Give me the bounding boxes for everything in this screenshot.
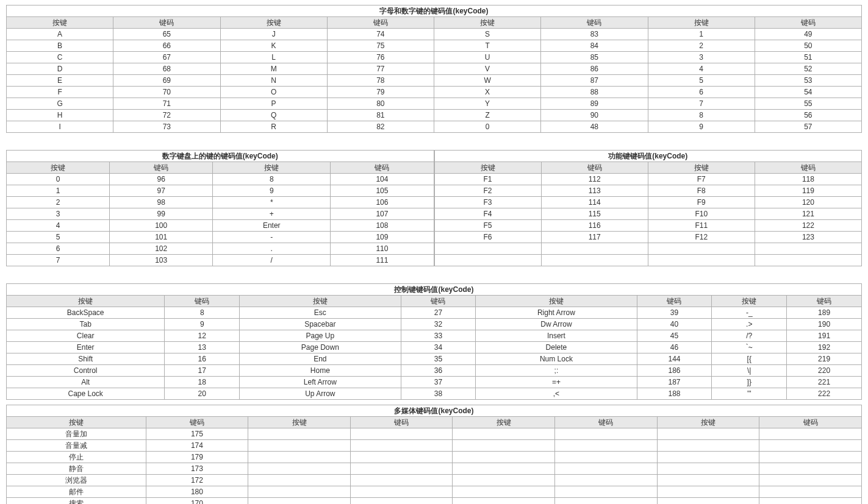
col-key: 按键 bbox=[220, 17, 327, 29]
col-code: 键码 bbox=[110, 162, 213, 174]
table-row: D68M77V86452 bbox=[7, 63, 862, 75]
cell-key: 4 bbox=[648, 63, 755, 75]
cell-key: F3 bbox=[434, 197, 541, 208]
cell-key bbox=[453, 452, 555, 463]
cell-code: 87 bbox=[541, 75, 648, 87]
cell-code: 219 bbox=[787, 353, 862, 365]
col-code: 键码 bbox=[555, 417, 658, 428]
cell-key: V bbox=[434, 63, 541, 75]
cell-code: 73 bbox=[113, 121, 220, 133]
cell-key bbox=[434, 243, 541, 255]
cell-code bbox=[350, 452, 453, 463]
cell-code bbox=[350, 428, 453, 440]
cell-code: 89 bbox=[541, 98, 648, 110]
cell-key bbox=[453, 486, 555, 498]
cell-code: 222 bbox=[787, 388, 862, 400]
cell-code: 96 bbox=[110, 174, 213, 185]
table-row: Tab9Spacebar32Dw Arrow40.>190 bbox=[7, 319, 862, 330]
cell-code: 65 bbox=[113, 29, 220, 40]
cell-key: Page Up bbox=[240, 330, 401, 342]
cell-code: 108 bbox=[331, 220, 434, 232]
table-row: F3114F9120 bbox=[434, 197, 862, 208]
cell-code bbox=[350, 440, 453, 452]
cell-code: 100 bbox=[110, 220, 213, 232]
table-row: H72Q81Z90856 bbox=[7, 110, 862, 121]
cell-key bbox=[453, 428, 555, 440]
col-code: 键码 bbox=[350, 417, 453, 428]
cell-code: 144 bbox=[637, 353, 712, 365]
cell-code: 111 bbox=[331, 255, 434, 266]
cell-code: 17 bbox=[165, 365, 240, 377]
cell-code: 71 bbox=[113, 98, 220, 110]
cell-key: A bbox=[7, 29, 113, 40]
cell-code bbox=[541, 255, 648, 266]
col-code: 键码 bbox=[541, 17, 648, 29]
cell-code bbox=[759, 428, 862, 440]
cell-key: . bbox=[213, 243, 331, 255]
cell-code: 20 bbox=[165, 388, 240, 400]
col-key: 按键 bbox=[648, 162, 755, 174]
col-key: 按键 bbox=[476, 296, 637, 307]
cell-code: 39 bbox=[637, 307, 712, 319]
cell-key: Insert bbox=[476, 330, 637, 342]
cell-key: O bbox=[220, 87, 327, 98]
table-row: G71P80Y89755 bbox=[7, 98, 862, 110]
cell-key: 8 bbox=[213, 174, 331, 185]
cell-key bbox=[453, 475, 555, 486]
cell-code: 106 bbox=[331, 197, 434, 208]
cell-key: 2 bbox=[648, 40, 755, 52]
cell-code: 120 bbox=[755, 197, 861, 208]
cell-key: D bbox=[7, 63, 113, 75]
cell-key: '" bbox=[712, 388, 787, 400]
cell-code bbox=[759, 486, 862, 498]
col-key: 按键 bbox=[657, 417, 759, 428]
cell-code: 57 bbox=[755, 121, 861, 133]
col-key: 按键 bbox=[648, 17, 755, 29]
cell-key: C bbox=[7, 52, 113, 63]
cell-key: L bbox=[220, 52, 327, 63]
cell-key: BackSpace bbox=[7, 307, 165, 319]
cell-key: Dw Arrow bbox=[476, 319, 637, 330]
table-row: 音量减174 bbox=[7, 440, 862, 452]
cell-code: 113 bbox=[541, 185, 648, 197]
cell-code: 8 bbox=[165, 307, 240, 319]
cell-key: 音量加 bbox=[7, 428, 146, 440]
cell-code: 32 bbox=[401, 319, 476, 330]
cell-code: 85 bbox=[541, 52, 648, 63]
table-row: F2113F8119 bbox=[434, 185, 862, 197]
cell-key bbox=[248, 428, 351, 440]
table-media-title: 多媒体键码值(keyCode) bbox=[7, 405, 862, 417]
cell-code: 99 bbox=[110, 208, 213, 220]
cell-code: 55 bbox=[755, 98, 861, 110]
cell-key: 6 bbox=[648, 87, 755, 98]
cell-code: 97 bbox=[110, 185, 213, 197]
col-code: 键码 bbox=[755, 162, 861, 174]
table-row: Cape Lock20Up Arrow38,<188'"222 bbox=[7, 388, 862, 400]
cell-key: Cape Lock bbox=[7, 388, 165, 400]
cell-code: 77 bbox=[327, 63, 434, 75]
cell-code bbox=[759, 463, 862, 475]
cell-key: X bbox=[434, 87, 541, 98]
col-key: 按键 bbox=[434, 17, 541, 29]
cell-code: 37 bbox=[401, 377, 476, 388]
cell-key: F10 bbox=[648, 208, 755, 220]
cell-code bbox=[350, 498, 453, 505]
table-ctrl: 控制键键码值(keyCode) 按键 键码 按键 键码 按键 键码 按键 键码 … bbox=[6, 283, 862, 400]
cell-code bbox=[555, 452, 658, 463]
cell-code: 179 bbox=[146, 452, 248, 463]
cell-code: 12 bbox=[165, 330, 240, 342]
cell-key bbox=[657, 498, 759, 505]
cell-key bbox=[453, 463, 555, 475]
cell-code: 170 bbox=[146, 498, 248, 505]
cell-key: - bbox=[213, 232, 331, 243]
cell-key bbox=[657, 428, 759, 440]
cell-key: F4 bbox=[434, 208, 541, 220]
cell-code: 16 bbox=[165, 353, 240, 365]
cell-key: -_ bbox=[712, 307, 787, 319]
cell-code bbox=[555, 428, 658, 440]
col-key: 按键 bbox=[248, 417, 351, 428]
cell-code: 78 bbox=[327, 75, 434, 87]
cell-code: 104 bbox=[331, 174, 434, 185]
cell-code: 117 bbox=[541, 232, 648, 243]
cell-key: Home bbox=[240, 365, 401, 377]
